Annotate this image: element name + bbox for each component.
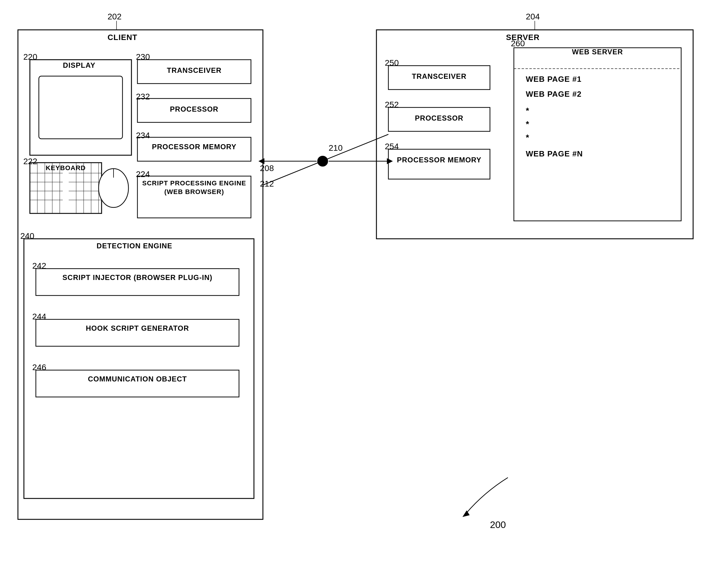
display-label: DISPLAY: [33, 61, 125, 69]
ref-242: 242: [32, 261, 46, 271]
diagram-svg: [0, 0, 720, 588]
ref-212: 212: [260, 179, 274, 189]
ref-244: 244: [32, 312, 46, 321]
web-page-1: WEB PAGE #1: [526, 75, 582, 84]
detection-engine-label: DETECTION ENGINE: [60, 242, 209, 250]
communication-object-label: COMMUNICATION OBJECT: [36, 375, 239, 383]
diagram: 202 CLIENT 204 SERVER 220 DISPLAY 222 KE…: [0, 0, 720, 588]
bullet-3: *: [526, 133, 529, 142]
ref-250: 250: [385, 58, 399, 68]
ref-210: 210: [328, 143, 343, 153]
svg-marker-44: [462, 510, 469, 517]
ref-254: 254: [385, 142, 399, 151]
svg-rect-2: [30, 60, 132, 155]
bullet-1: *: [526, 106, 529, 115]
svg-point-37: [317, 156, 328, 167]
svg-rect-34: [514, 48, 681, 221]
keyboard-label: KEYBOARD: [32, 164, 100, 172]
script-processing-label: SCRIPT PROCESSING ENGINE (WEB BROWSER): [137, 179, 251, 196]
ref-232: 232: [136, 92, 150, 102]
ref-220: 220: [23, 52, 37, 62]
svg-rect-29: [36, 319, 239, 346]
script-injector-label: SCRIPT INJECTOR (BROWSER PLUG-IN): [36, 273, 239, 282]
ref-230: 230: [136, 52, 150, 62]
ref-204: 204: [526, 12, 540, 21]
server-processor-memory-label: PROCESSOR MEMORY: [388, 155, 490, 165]
svg-rect-28: [36, 269, 239, 295]
ref-234: 234: [136, 131, 150, 140]
hook-script-generator-label: HOOK SCRIPT GENERATOR: [36, 324, 239, 333]
svg-rect-3: [39, 76, 122, 139]
client-processor-memory-label: PROCESSOR MEMORY: [137, 143, 251, 151]
web-server-label: WEB SERVER: [514, 48, 681, 56]
ref-260: 260: [511, 39, 525, 48]
client-transceiver-label: TRANSCEIVER: [137, 66, 251, 75]
web-page-n: WEB PAGE #N: [526, 149, 583, 159]
server-transceiver-label: TRANSCEIVER: [388, 72, 490, 81]
client-label: CLIENT: [93, 33, 152, 42]
ref-200: 200: [490, 519, 506, 530]
ref-252: 252: [385, 100, 399, 109]
bullet-2: *: [526, 119, 529, 129]
web-page-2: WEB PAGE #2: [526, 89, 582, 99]
svg-point-21: [99, 169, 128, 207]
ref-208: 208: [260, 164, 274, 173]
server-processor-label: PROCESSOR: [388, 114, 490, 122]
svg-line-36: [263, 134, 388, 185]
client-processor-label: PROCESSOR: [137, 105, 251, 113]
svg-rect-1: [376, 30, 693, 239]
ref-202: 202: [107, 12, 122, 21]
ref-246: 246: [32, 363, 46, 372]
ref-224: 224: [136, 170, 150, 179]
svg-marker-39: [258, 158, 264, 164]
svg-rect-30: [36, 370, 239, 397]
ref-240: 240: [20, 231, 34, 241]
